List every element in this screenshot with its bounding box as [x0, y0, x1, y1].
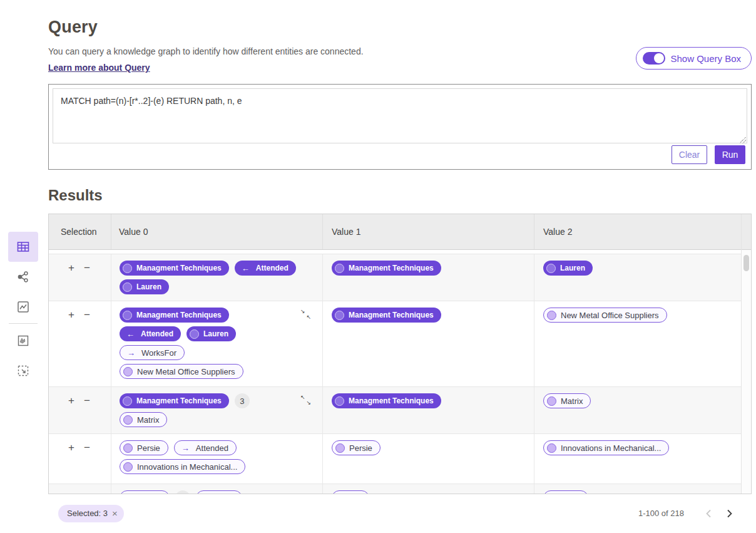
selected-count-chip[interactable]: Selected: 3 × [58, 505, 124, 522]
pill-label: Managment Techniques [349, 311, 434, 319]
query-input[interactable]: MATCH path=(n)-[r*..2]-(e) RETURN path, … [53, 88, 747, 143]
node-circle-icon [546, 264, 556, 273]
page-title: Query [48, 18, 752, 37]
pill-label: WorksFor [141, 348, 176, 358]
value2-cell: Innovations in Mechanical... [534, 434, 741, 484]
arrow-left-icon: ← [126, 330, 135, 338]
clear-button[interactable]: Clear [672, 145, 707, 164]
resize-handle-icon[interactable] [740, 137, 746, 143]
selection-cell: +− [49, 434, 111, 484]
value2-cell: New Metal Office Suppliers [534, 301, 741, 386]
column-header-value1: Value 1 [322, 214, 534, 249]
pill-label: Attended [141, 329, 173, 338]
add-to-selection-button[interactable]: + [68, 442, 74, 453]
table-view-button[interactable] [8, 232, 38, 262]
node-pill[interactable]: Managment Techniques [332, 308, 441, 323]
node-circle-icon [547, 443, 556, 453]
remove-from-selection-button[interactable]: − [84, 442, 90, 453]
remove-from-selection-button[interactable]: − [84, 309, 90, 320]
scrollbar-thumb[interactable] [743, 255, 749, 271]
node-pill[interactable]: Persie [332, 440, 381, 455]
clear-selection-icon[interactable]: × [112, 508, 118, 519]
node-pill[interactable]: Managment Techniques [120, 308, 229, 323]
pill-label: Lauren [560, 264, 585, 272]
add-to-selection-button[interactable]: + [68, 309, 74, 320]
expand-cell-icon[interactable]: ↘↖ [300, 309, 311, 320]
pill-label: New Metal Office Suppliers [561, 311, 659, 320]
node-pill[interactable]: Lauren [186, 326, 236, 341]
select-region-button[interactable] [8, 356, 38, 386]
node-circle-icon [547, 396, 556, 406]
pill-label: Managment Techniques [136, 311, 222, 319]
node-pill[interactable]: Matrix [120, 412, 167, 427]
node-pill[interactable] [332, 490, 369, 494]
pill-label: Attended [196, 443, 228, 453]
table-header-row: Selection Value 0 Value 1 Value 2 [49, 214, 741, 250]
pill-label: Managment Techniques [136, 396, 222, 405]
remove-from-selection-button[interactable]: − [84, 395, 90, 406]
scrollbar-track[interactable] [742, 250, 751, 494]
add-to-selection-button[interactable]: + [68, 395, 74, 406]
pill-label: Managment Techniques [349, 264, 434, 272]
learn-more-link[interactable]: Learn more about Query [48, 63, 150, 73]
chart-view-button[interactable] [8, 292, 38, 322]
node-pill[interactable]: Managment Techniques [120, 393, 229, 408]
map-view-button[interactable] [8, 326, 38, 356]
value2-cell: Matrix [534, 387, 741, 433]
next-page-button[interactable] [719, 504, 740, 523]
remove-from-selection-button[interactable]: − [84, 262, 90, 273]
node-pill[interactable]: Managment Techniques [332, 393, 441, 408]
node-pill[interactable]: New Metal Office Suppliers [543, 308, 667, 323]
add-to-selection-button[interactable]: + [68, 262, 74, 273]
pill-label: Matrix [561, 396, 583, 406]
table-row [49, 484, 741, 494]
node-pill[interactable]: Managment Techniques [120, 261, 229, 276]
vertical-scrollbar[interactable] [741, 214, 751, 494]
table-row: +−Managment Techniques←AttendedLaurenMan… [49, 254, 741, 301]
node-pill[interactable]: Lauren [120, 279, 169, 294]
edge-pill[interactable]: ←Attended [120, 326, 181, 341]
graph-view-icon [16, 269, 31, 284]
map-view-icon [16, 333, 31, 348]
chart-view-icon [16, 299, 31, 314]
node-pill[interactable]: Persie [120, 440, 168, 455]
node-pill[interactable] [543, 490, 588, 494]
results-table: Selection Value 0 Value 1 Value 2 +−Mana… [48, 214, 752, 494]
pill-label: New Metal Office Suppliers [137, 367, 235, 376]
node-circle-icon [335, 494, 345, 494]
table-body: +−Managment Techniques←AttendedLaurenMan… [49, 250, 741, 494]
graph-view-button[interactable] [8, 262, 38, 292]
node-circle-icon [123, 282, 132, 292]
node-pill[interactable]: Innovations in Mechanical... [543, 440, 669, 455]
value0-cell [111, 484, 322, 494]
value0-cell: Persie→AttendedInnovations in Mechanical… [111, 434, 322, 484]
node-pill[interactable] [196, 490, 242, 494]
node-pill[interactable]: Matrix [543, 393, 591, 408]
node-circle-icon [123, 494, 133, 494]
pill-label: Lauren [136, 282, 161, 291]
show-query-box-toggle[interactable]: Show Query Box [636, 47, 752, 70]
edge-pill[interactable]: →Attended [174, 440, 237, 455]
node-pill[interactable]: Innovations in Mechanical... [120, 459, 245, 474]
node-pill[interactable]: New Metal Office Suppliers [120, 364, 243, 379]
prev-page-button[interactable] [698, 504, 719, 523]
edge-pill[interactable]: ←Attended [235, 261, 296, 276]
value1-cell: Managment Techniques [322, 301, 534, 386]
node-pill[interactable] [120, 490, 170, 494]
selection-cell: +− [49, 301, 111, 386]
pagination-range: 1-100 of 218 [638, 509, 684, 518]
pill-label: Lauren [203, 329, 228, 338]
toggle-switch-icon[interactable] [643, 52, 665, 65]
table-footer: Selected: 3 × 1-100 of 218 [48, 494, 752, 532]
node-pill[interactable]: Managment Techniques [332, 261, 441, 276]
column-header-value0: Value 0 [111, 214, 322, 249]
edge-pill[interactable]: →WorksFor [120, 345, 185, 360]
run-button[interactable]: Run [715, 145, 745, 164]
pill-label: Managment Techniques [349, 396, 434, 405]
node-pill[interactable]: Lauren [543, 261, 593, 276]
expand-cell-icon[interactable]: ↖↘ [300, 395, 311, 406]
node-circle-icon [123, 264, 132, 273]
table-row: +−Persie→AttendedInnovations in Mechanic… [49, 434, 741, 484]
node-circle-icon [547, 494, 556, 494]
table-view-icon [16, 239, 31, 254]
